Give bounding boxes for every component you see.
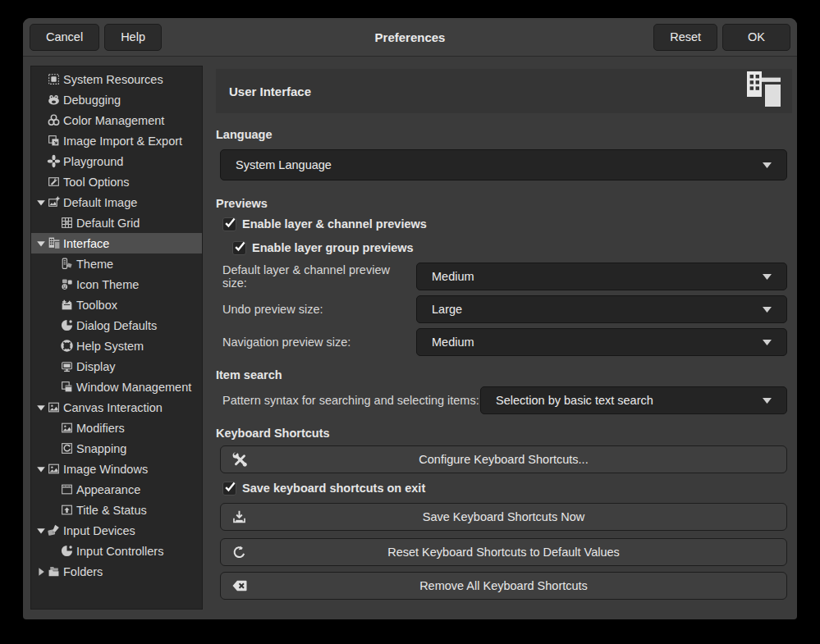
sidebar-item-playground[interactable]: Playground bbox=[31, 151, 202, 171]
preview-size-rows: Default layer & channel preview size:Med… bbox=[216, 263, 792, 356]
pattern-syntax-row: Pattern syntax for searching and selecti… bbox=[216, 386, 792, 414]
sidebar-item-label: Toolbox bbox=[76, 299, 117, 312]
chevron-down-icon bbox=[763, 307, 772, 313]
cancel-button[interactable]: Cancel bbox=[30, 24, 99, 51]
interface-icon bbox=[47, 236, 61, 250]
chevron-down-icon bbox=[763, 340, 772, 345]
checkbox-checked-icon bbox=[222, 482, 236, 496]
appearance-icon bbox=[60, 482, 74, 496]
checkbox-label: Save keyboard shortcuts on exit bbox=[242, 482, 425, 495]
navigation-preview-size-dropdown[interactable]: Medium bbox=[416, 328, 787, 356]
sidebar-item-color-management[interactable]: Color Management bbox=[31, 110, 202, 130]
icon-theme-icon bbox=[60, 277, 74, 291]
sidebar-item-label: Icon Theme bbox=[76, 278, 139, 291]
title-status-icon bbox=[60, 503, 74, 517]
sidebar-item-help-system[interactable]: Help System bbox=[31, 336, 202, 356]
reset-icon bbox=[231, 539, 247, 565]
enable-layer-group-previews-checkbox[interactable]: Enable layer group previews bbox=[232, 240, 792, 255]
sidebar-item-label: Window Management bbox=[76, 381, 191, 394]
save-keyboard-shortcuts-now-button[interactable]: Save Keyboard Shortcuts Now bbox=[220, 503, 787, 531]
sidebar-item-default-image[interactable]: Default Image bbox=[31, 192, 202, 212]
sidebar-item-tool-options[interactable]: Tool Options bbox=[31, 171, 202, 192]
sidebar-item-default-grid[interactable]: Default Grid bbox=[31, 212, 202, 233]
pattern-syntax-dropdown[interactable]: Selection by basic text search bbox=[480, 386, 787, 414]
chevron-down-icon bbox=[763, 398, 772, 404]
modifiers-icon bbox=[60, 421, 74, 435]
sidebar-item-canvas-interaction[interactable]: Canvas Interaction bbox=[31, 397, 202, 418]
configure-keyboard-shortcuts-button[interactable]: Configure Keyboard Shortcuts... bbox=[220, 445, 787, 473]
chevron-down-icon bbox=[763, 162, 772, 168]
preview-size-label: Default layer & channel preview size: bbox=[216, 263, 416, 290]
help-button[interactable]: Help bbox=[104, 24, 162, 51]
ok-button[interactable]: OK bbox=[722, 24, 790, 51]
titlebar-right-actions: Reset OK bbox=[651, 24, 793, 51]
color-management-icon bbox=[47, 113, 61, 127]
image-windows-icon bbox=[47, 462, 61, 476]
expander-down-icon[interactable] bbox=[34, 464, 47, 474]
sidebar-item-interface[interactable]: Interface bbox=[31, 233, 202, 253]
undo-preview-size-dropdown[interactable]: Large bbox=[416, 295, 787, 323]
sidebar-item-appearance[interactable]: Appearance bbox=[31, 479, 202, 500]
default-layer-channel-preview-size-dropdown[interactable]: Medium bbox=[416, 263, 787, 290]
default-image-icon bbox=[47, 195, 61, 209]
dropdown-value: Medium bbox=[432, 336, 474, 349]
sidebar-item-label: Dialog Defaults bbox=[76, 319, 157, 332]
screen: Preferences Cancel Help Reset OK System … bbox=[0, 0, 820, 644]
language-dropdown[interactable]: System Language bbox=[220, 149, 787, 180]
sidebar-item-theme[interactable]: Theme bbox=[31, 253, 202, 274]
expander-down-icon[interactable] bbox=[34, 526, 47, 536]
sidebar-item-debugging[interactable]: Debugging bbox=[31, 89, 202, 110]
sidebar-item-title-status[interactable]: Title & Status bbox=[31, 500, 202, 520]
sidebar-item-window-management[interactable]: Window Management bbox=[31, 377, 202, 397]
expander-down-icon[interactable] bbox=[34, 239, 47, 249]
item-search-heading: Item search bbox=[216, 368, 792, 382]
titlebar: Preferences Cancel Help Reset OK bbox=[23, 18, 797, 57]
save-shortcuts-on-exit-checkbox[interactable]: Save keyboard shortcuts on exit bbox=[222, 481, 792, 496]
sidebar-item-label: Playground bbox=[63, 155, 123, 168]
sidebar-item-label: Appearance bbox=[76, 483, 140, 496]
sidebar-item-label: Debugging bbox=[63, 94, 121, 107]
help-system-icon bbox=[60, 339, 74, 353]
sidebar-item-modifiers[interactable]: Modifiers bbox=[31, 418, 202, 438]
expander-right-icon[interactable] bbox=[34, 567, 47, 577]
sidebar-item-image-import-export[interactable]: Image Import & Export bbox=[31, 130, 202, 151]
sidebar-item-input-controllers[interactable]: Input Controllers bbox=[31, 541, 202, 561]
expander-down-icon[interactable] bbox=[34, 198, 47, 208]
sidebar-item-label: Color Management bbox=[63, 114, 164, 127]
sidebar-item-snapping[interactable]: Snapping bbox=[31, 438, 202, 459]
preview-size-row: Default layer & channel preview size:Med… bbox=[216, 263, 792, 290]
preview-size-label: Undo preview size: bbox=[216, 303, 416, 316]
sidebar-item-icon-theme[interactable]: Icon Theme bbox=[31, 274, 202, 295]
preview-size-row: Navigation preview size:Medium bbox=[216, 328, 792, 356]
sidebar-item-display[interactable]: Display bbox=[31, 356, 202, 377]
language-value: System Language bbox=[236, 158, 332, 171]
panel-header: User Interface bbox=[216, 69, 792, 113]
enable-layer-channel-previews-checkbox[interactable]: Enable layer & channel previews bbox=[222, 217, 792, 231]
sidebar-item-label: Input Controllers bbox=[76, 545, 163, 558]
sidebar-item-toolbox[interactable]: Toolbox bbox=[31, 295, 202, 315]
sidebar-item-input-devices[interactable]: Input Devices bbox=[31, 520, 202, 541]
dropdown-value: Medium bbox=[432, 270, 474, 283]
checkbox-label: Enable layer group previews bbox=[252, 241, 414, 254]
reset-keyboard-shortcuts-to-default-values-button[interactable]: Reset Keyboard Shortcuts to Default Valu… bbox=[220, 538, 787, 566]
remove-all-keyboard-shortcuts-button[interactable]: Remove All Keyboard Shortcuts bbox=[220, 572, 787, 600]
user-interface-panel: User Interface Language System Language … bbox=[203, 66, 797, 619]
sidebar-item-label: Input Devices bbox=[63, 524, 135, 537]
theme-icon bbox=[60, 257, 74, 271]
preferences-dialog: Preferences Cancel Help Reset OK System … bbox=[23, 18, 797, 619]
keyboard-shortcuts-heading: Keyboard Shortcuts bbox=[216, 426, 792, 441]
button-label: Reset Keyboard Shortcuts to Default Valu… bbox=[221, 546, 786, 559]
reset-button[interactable]: Reset bbox=[653, 24, 717, 51]
previews-heading: Previews bbox=[216, 196, 792, 211]
save-icon bbox=[231, 504, 247, 530]
expander-down-icon[interactable] bbox=[34, 403, 47, 413]
panel-title: User Interface bbox=[229, 84, 311, 98]
sidebar-item-system-resources[interactable]: System Resources bbox=[31, 69, 202, 89]
preview-size-label: Navigation preview size: bbox=[216, 336, 416, 349]
sidebar-item-folders[interactable]: Folders bbox=[31, 561, 202, 582]
sidebar-item-label: Modifiers bbox=[76, 422, 125, 435]
sidebar-item-image-windows[interactable]: Image Windows bbox=[31, 459, 202, 479]
chevron-down-icon bbox=[763, 274, 772, 280]
sidebar-item-dialog-defaults[interactable]: Dialog Defaults bbox=[31, 315, 202, 336]
pattern-syntax-value: Selection by basic text search bbox=[496, 394, 653, 407]
